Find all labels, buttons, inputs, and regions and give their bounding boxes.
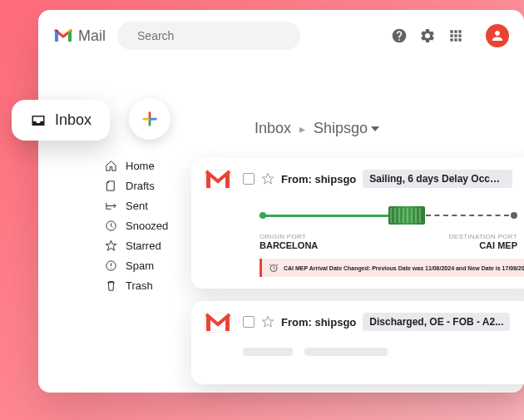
breadcrumb-root[interactable]: Inbox: [255, 120, 291, 137]
email-checkbox[interactable]: [243, 316, 255, 328]
skeleton-row: [243, 348, 524, 356]
origin-port-name: BARCELONA: [260, 240, 318, 250]
email-card[interactable]: From: shipsgo Sailing, 6 days Delay Occu…: [191, 158, 524, 289]
sidebar: Home Drafts Sent Snoozed Starred Spam Tr…: [105, 160, 168, 292]
breadcrumb-current: Shipsgo: [314, 120, 368, 137]
mail-envelope-icon: [205, 170, 231, 193]
sidebar-item-label: Starred: [126, 240, 161, 252]
topbar-actions: [391, 24, 509, 47]
inbox-label: Inbox: [55, 111, 91, 129]
plus-icon: [141, 110, 159, 128]
alert-text: CAI MEP Arrival Date Changed: Previous D…: [284, 265, 524, 271]
chevron-down-icon: [371, 126, 379, 131]
apps-icon[interactable]: [447, 27, 464, 44]
inbox-icon: [30, 113, 47, 128]
sidebar-item-label: Spam: [126, 259, 154, 272]
port-row: ORIGIN PORT BARCELONA DESTINATION PORT C…: [260, 233, 517, 250]
destination-port-name: CAI MEP: [449, 240, 517, 250]
star-icon[interactable]: [261, 172, 274, 185]
star-icon[interactable]: [261, 315, 274, 329]
chevron-right-icon: ▸: [299, 122, 305, 136]
email-subject: Sailing, 6 days Delay Occured...: [363, 170, 512, 188]
sidebar-item-label: Drafts: [126, 180, 155, 192]
sidebar-item-starred[interactable]: Starred: [105, 240, 168, 252]
mail-logo-icon: [53, 28, 73, 43]
sidebar-item-snoozed[interactable]: Snoozed: [105, 220, 168, 232]
mail-envelope-icon: [205, 313, 231, 336]
sidebar-item-home[interactable]: Home: [105, 160, 168, 172]
help-icon[interactable]: [391, 27, 408, 44]
mail-app-window: Mail Inbox ▸ Shipsgo Home: [38, 10, 524, 393]
sidebar-item-spam[interactable]: Spam: [105, 259, 168, 272]
shipment-timeline: [260, 208, 517, 225]
email-from: From: shipsgo: [281, 173, 356, 185]
breadcrumb-current-dropdown[interactable]: Shipsgo: [314, 120, 379, 137]
email-from: From: shipsgo: [281, 316, 356, 329]
sidebar-item-label: Snoozed: [126, 220, 168, 232]
inbox-pill[interactable]: Inbox: [12, 100, 110, 141]
email-card[interactable]: From: shipsgo Discharged, OE - FOB - A2.…: [191, 301, 524, 384]
sidebar-item-trash[interactable]: Trash: [105, 279, 168, 292]
destination-dot: [511, 212, 517, 219]
email-subject: Discharged, OE - FOB - A2...: [363, 313, 510, 331]
breadcrumb: Inbox ▸ Shipsgo: [255, 120, 379, 137]
alarm-icon: [269, 263, 279, 273]
avatar[interactable]: [486, 24, 509, 47]
compose-button[interactable]: [129, 98, 171, 140]
settings-icon[interactable]: [419, 27, 436, 44]
email-checkbox[interactable]: [243, 173, 255, 185]
sidebar-item-label: Home: [126, 160, 155, 172]
container-icon: [388, 206, 425, 225]
search-input[interactable]: [137, 29, 283, 42]
origin-port-label: ORIGIN PORT: [260, 233, 318, 240]
user-icon: [490, 28, 505, 43]
sidebar-item-label: Sent: [126, 200, 148, 212]
topbar: Mail: [38, 10, 524, 62]
app-logo: Mail: [53, 27, 106, 45]
sidebar-item-drafts[interactable]: Drafts: [105, 180, 168, 192]
alert-banner: CAI MEP Arrival Date Changed: Previous D…: [260, 259, 524, 277]
origin-dot: [260, 212, 266, 219]
destination-port-label: DESTINATION PORT: [449, 233, 517, 240]
sidebar-item-sent[interactable]: Sent: [105, 200, 168, 212]
search-bar[interactable]: [117, 22, 300, 50]
sidebar-item-label: Trash: [126, 279, 153, 292]
app-name: Mail: [78, 27, 106, 45]
